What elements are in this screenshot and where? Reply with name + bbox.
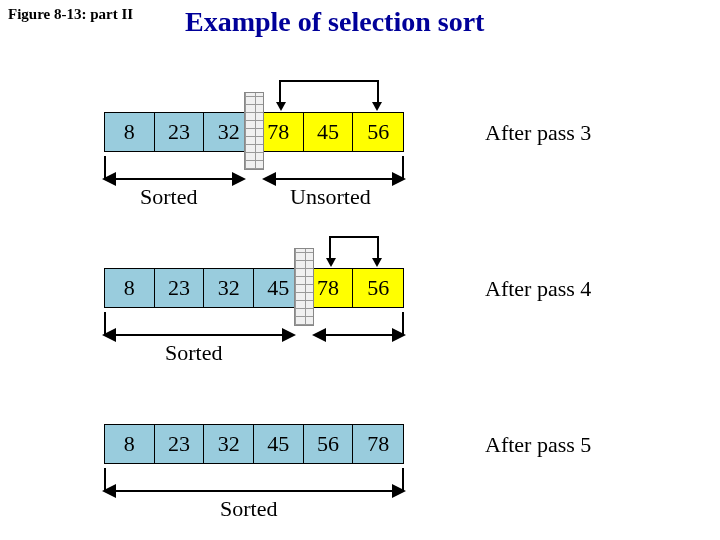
cell: 45 — [254, 425, 304, 463]
cell: 56 — [353, 113, 403, 151]
cell: 23 — [155, 269, 205, 307]
unsorted-range — [264, 178, 404, 180]
cell: 32 — [204, 425, 254, 463]
cell: 23 — [155, 425, 205, 463]
cell: 56 — [353, 269, 403, 307]
cell: 23 — [155, 113, 205, 151]
cell: 32 — [204, 269, 254, 307]
page-title: Example of selection sort — [185, 6, 484, 38]
sorted-range — [104, 178, 244, 180]
sorted-range — [104, 334, 294, 336]
unsorted-range — [314, 334, 404, 336]
range-tick — [402, 312, 404, 334]
array-cells: 8 23 32 45 56 78 — [104, 424, 404, 464]
swap-indicator — [329, 236, 379, 258]
pass-block: 8 23 32 45 56 78 — [104, 424, 404, 464]
sorted-label: Sorted — [165, 340, 222, 366]
cell: 8 — [105, 425, 155, 463]
figure-label: Figure 8-13: part II — [8, 6, 133, 23]
pass-caption: After pass 3 — [485, 120, 591, 146]
sorted-label: Sorted — [220, 496, 277, 522]
cell: 78 — [353, 425, 403, 463]
wall-divider — [244, 92, 264, 170]
pass-block: 8 23 32 45 78 56 — [104, 268, 404, 308]
sorted-label: Sorted — [140, 184, 197, 210]
cell: 8 — [105, 269, 155, 307]
range-tick — [402, 468, 404, 490]
pass-caption: After pass 5 — [485, 432, 591, 458]
cell: 8 — [105, 113, 155, 151]
array-cells: 8 23 32 45 78 56 — [104, 268, 404, 308]
pass-caption: After pass 4 — [485, 276, 591, 302]
cell: 56 — [304, 425, 354, 463]
cell: 45 — [304, 113, 354, 151]
sorted-range — [104, 490, 404, 492]
range-tick — [402, 156, 404, 178]
swap-indicator — [279, 80, 379, 102]
unsorted-label: Unsorted — [290, 184, 371, 210]
wall-divider — [294, 248, 314, 326]
